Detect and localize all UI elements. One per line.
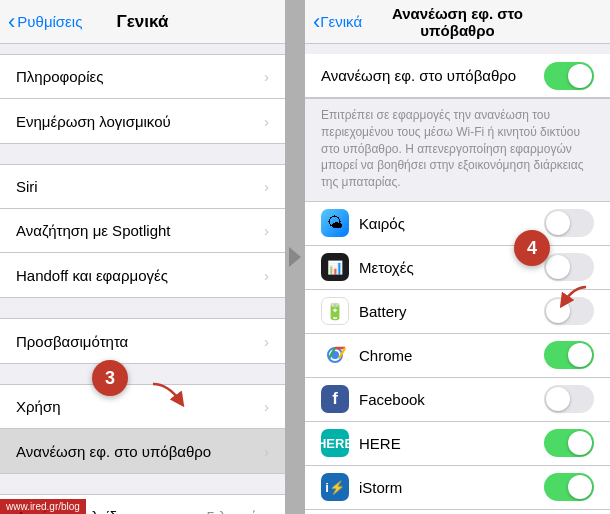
- chevron-icon: ›: [264, 222, 269, 239]
- right-content: Ανανέωση εφ. στο υπόβαθρο Επιτρέπει σε ε…: [305, 44, 610, 514]
- left-nav-back[interactable]: ‹ Ρυθμίσεις: [8, 11, 82, 33]
- table-row[interactable]: Χρήση ›: [0, 385, 285, 429]
- table-row[interactable]: Siri ›: [0, 165, 285, 209]
- facebook-app-icon: f: [321, 385, 349, 413]
- app-row-launcher: 🚀 Launcher: [305, 510, 610, 514]
- facebook-toggle[interactable]: [544, 385, 594, 413]
- arrow-3-icon: [148, 379, 188, 409]
- left-section-2: Siri › Αναζήτηση με Spotlight › Handoff …: [0, 164, 285, 298]
- back-arrow-icon: ‹: [8, 11, 15, 33]
- chevron-icon: ›: [264, 68, 269, 85]
- panel-arrow-icon: [287, 245, 303, 269]
- table-row[interactable]: Προσβασιμότητα ›: [0, 319, 285, 363]
- stocks-toggle[interactable]: [544, 253, 594, 281]
- step-badge-3: 3: [92, 360, 128, 396]
- row-right: ›: [264, 68, 269, 85]
- left-section-1: Πληροφορίες › Ενημέρωση λογισμικού ›: [0, 54, 285, 144]
- toggle-knob: [568, 64, 592, 88]
- app-label: Battery: [359, 303, 407, 320]
- left-section-4: Χρήση › Ανανέωση εφ. στο υπόβαθρο ›: [0, 384, 285, 474]
- background-refresh-row[interactable]: Ανανέωση εφ. στο υπόβαθρο ›: [0, 429, 285, 473]
- chevron-icon: ›: [264, 443, 269, 460]
- app-label: Facebook: [359, 391, 425, 408]
- here-toggle[interactable]: [544, 429, 594, 457]
- app-row-istorm: i⚡ iStorm: [305, 466, 610, 510]
- left-nav-bar: ‹ Ρυθμίσεις Γενικά: [0, 0, 285, 44]
- istorm-toggle[interactable]: [544, 473, 594, 501]
- right-nav-back[interactable]: ‹ Γενικά: [313, 11, 362, 33]
- svg-marker-0: [289, 247, 301, 267]
- description-text: Επιτρέπει σε εφαρμογές την ανανέωση του …: [305, 99, 610, 201]
- row-label: Siri: [16, 178, 38, 195]
- row-label: Αναζήτηση με Spotlight: [16, 222, 171, 239]
- main-toggle-label: Ανανέωση εφ. στο υπόβαθρο: [321, 67, 516, 84]
- row-label: Handoff και εφαρμογές: [16, 267, 168, 284]
- stocks-app-icon: 📊: [321, 253, 349, 281]
- row-value: 5 λεπτά: [207, 508, 258, 514]
- row-label: Ανανέωση εφ. στο υπόβαθρο: [16, 443, 211, 460]
- main-toggle[interactable]: [544, 62, 594, 90]
- main-toggle-row: Ανανέωση εφ. στο υπόβαθρο: [305, 54, 610, 98]
- here-app-icon: HERE: [321, 429, 349, 457]
- left-section-3: Προσβασιμότητα ›: [0, 318, 285, 364]
- row-label: Πληροφορίες: [16, 68, 103, 85]
- step-badge-4: 4: [514, 230, 550, 266]
- app-row-here: HERE HERE: [305, 422, 610, 466]
- table-row[interactable]: Handoff και εφαρμογές ›: [0, 253, 285, 297]
- istorm-app-icon: i⚡: [321, 473, 349, 501]
- row-right: ›: [264, 113, 269, 130]
- app-list: 🌤 Καιρός 📊 Μετοχές: [305, 201, 610, 514]
- right-nav-title: Ανανέωση εφ. στο υπόβαθρο: [358, 5, 558, 39]
- weather-toggle[interactable]: [544, 209, 594, 237]
- table-row[interactable]: Πληροφορίες ›: [0, 55, 285, 99]
- table-row[interactable]: Αναζήτηση με Spotlight ›: [0, 209, 285, 253]
- app-row-weather: 🌤 Καιρός: [305, 202, 610, 246]
- right-nav-back-label: Γενικά: [320, 13, 362, 30]
- table-row[interactable]: Ενημέρωση λογισμικού ›: [0, 99, 285, 143]
- left-panel: ‹ Ρυθμίσεις Γενικά Πληροφορίες › Ενημέρω…: [0, 0, 285, 514]
- app-row-chrome: Chrome: [305, 334, 610, 378]
- chevron-icon: ›: [264, 333, 269, 350]
- watermark: www.ired.gr/blog: [0, 499, 86, 514]
- app-label: HERE: [359, 435, 401, 452]
- main-toggle-section: Ανανέωση εφ. στο υπόβαθρο: [305, 54, 610, 99]
- panel-divider: [285, 0, 305, 514]
- app-label: Καιρός: [359, 215, 405, 232]
- app-label: Μετοχές: [359, 259, 414, 276]
- chrome-app-icon: [321, 341, 349, 369]
- app-label: Chrome: [359, 347, 412, 364]
- left-nav-back-label: Ρυθμίσεις: [17, 13, 82, 30]
- battery-app-icon: 🔋: [321, 297, 349, 325]
- right-nav-bar: ‹ Γενικά Ανανέωση εφ. στο υπόβαθρο: [305, 0, 610, 44]
- app-row-facebook: f Facebook: [305, 378, 610, 422]
- back-arrow-icon: ‹: [313, 11, 320, 33]
- app-label: iStorm: [359, 479, 402, 496]
- chevron-icon: ›: [264, 178, 269, 195]
- row-label: Χρήση: [16, 398, 60, 415]
- arrow-4-icon: [556, 282, 596, 310]
- right-panel: ‹ Γενικά Ανανέωση εφ. στο υπόβαθρο Ανανέ…: [305, 0, 610, 514]
- chevron-icon: ›: [264, 508, 269, 514]
- chevron-icon: ›: [264, 398, 269, 415]
- row-label: Ενημέρωση λογισμικού: [16, 113, 171, 130]
- chevron-icon: ›: [264, 267, 269, 284]
- left-nav-title: Γενικά: [117, 12, 169, 32]
- chevron-icon: ›: [264, 113, 269, 130]
- row-label: Προσβασιμότητα: [16, 333, 128, 350]
- chrome-toggle[interactable]: [544, 341, 594, 369]
- weather-app-icon: 🌤: [321, 209, 349, 237]
